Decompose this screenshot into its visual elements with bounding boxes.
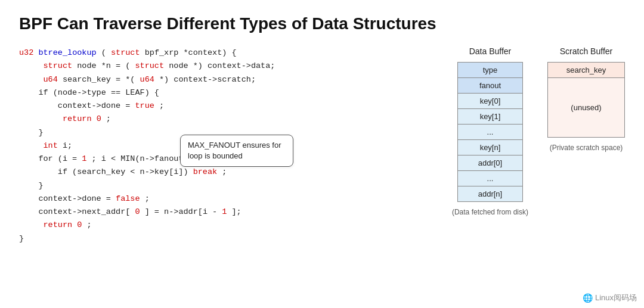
data-buffer-caption: (Data fetched from disk) bbox=[452, 208, 528, 216]
table-cell: ... bbox=[457, 171, 522, 186]
page-title: BPF Can Traverse Different Types of Data… bbox=[19, 14, 625, 33]
code-line-5: context->done = true ; bbox=[19, 99, 428, 113]
data-buffer-table: type fanout key[0] key[1] ... key[n] add… bbox=[457, 62, 523, 202]
table-row: addr[0] bbox=[457, 155, 522, 171]
tooltip-box: MAX_FANOUT ensures for loop is bounded bbox=[180, 135, 293, 167]
scratch-main-cell: (unused) bbox=[548, 78, 625, 138]
code-line-4: if (node->type == LEAF) { bbox=[19, 86, 428, 99]
watermark-text: Linux阅码场 bbox=[595, 293, 637, 303]
code-line-15: } bbox=[19, 232, 428, 245]
table-row: search_key bbox=[548, 63, 625, 78]
main-content: u32 btree_lookup ( struct bpf_xrp *conte… bbox=[19, 46, 625, 245]
table-cell: key[n] bbox=[457, 140, 522, 155]
code-section: u32 btree_lookup ( struct bpf_xrp *conte… bbox=[19, 46, 428, 245]
scratch-buffer-caption: (Private scratch space) bbox=[550, 144, 623, 152]
table-cell: addr[0] bbox=[457, 155, 522, 171]
table-cell: addr[n] bbox=[457, 186, 522, 202]
code-line-10: if (search_key < n->key[i]) break ; bbox=[19, 166, 428, 179]
table-row: fanout bbox=[457, 78, 522, 94]
code-line-2: struct node *n = ( struct node *) contex… bbox=[19, 60, 428, 73]
data-buffer: Data Buffer type fanout key[0] key[1] ..… bbox=[452, 46, 528, 216]
table-row: ... bbox=[457, 125, 522, 140]
scratch-top-cell: search_key bbox=[548, 63, 625, 78]
table-cell: type bbox=[457, 63, 522, 78]
code-line-14: return 0 ; bbox=[19, 219, 428, 232]
code-line-12: context->done = false ; bbox=[19, 192, 428, 206]
watermark: 🌐 Linux阅码场 bbox=[583, 293, 637, 303]
scratch-buffer: Scratch Buffer search_key (unused) (Priv… bbox=[547, 46, 625, 152]
code-line-11: } bbox=[19, 179, 428, 192]
tooltip-text: MAX_FANOUT ensures for loop is bounded bbox=[188, 141, 281, 160]
table-row: key[n] bbox=[457, 140, 522, 155]
buffers-section: Data Buffer type fanout key[0] key[1] ..… bbox=[452, 46, 625, 216]
scratch-buffer-table: search_key (unused) bbox=[547, 62, 625, 138]
code-line-1: u32 btree_lookup ( struct bpf_xrp *conte… bbox=[19, 46, 428, 60]
table-cell: key[1] bbox=[457, 109, 522, 125]
watermark-icon: 🌐 bbox=[583, 293, 593, 303]
table-cell: key[0] bbox=[457, 94, 522, 109]
table-row: (unused) bbox=[548, 78, 625, 138]
code-line-6: return 0 ; bbox=[19, 113, 428, 126]
scratch-buffer-title: Scratch Buffer bbox=[560, 46, 612, 56]
code-line-3: u64 search_key = *( u64 *) context->scra… bbox=[19, 73, 428, 86]
table-row: key[1] bbox=[457, 109, 522, 125]
table-row: addr[n] bbox=[457, 186, 522, 202]
table-row: ... bbox=[457, 171, 522, 186]
table-row: key[0] bbox=[457, 94, 522, 109]
table-cell: ... bbox=[457, 125, 522, 140]
table-row: type bbox=[457, 63, 522, 78]
table-cell: fanout bbox=[457, 78, 522, 94]
code-line-13: context->next_addr[ 0 ] = n->addr[i - 1 … bbox=[19, 206, 428, 219]
data-buffer-title: Data Buffer bbox=[469, 46, 512, 56]
